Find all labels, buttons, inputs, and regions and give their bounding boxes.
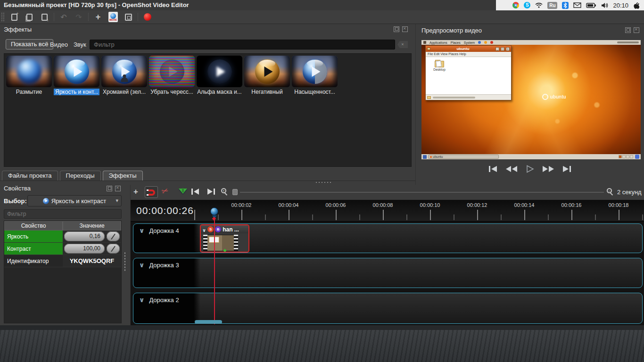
video-task-button: ubuntu bbox=[428, 155, 499, 159]
current-time-display: 00:00:00:26 bbox=[136, 205, 194, 216]
video-window-menubar: File Edit View Places Help bbox=[426, 52, 511, 57]
tabs-divider bbox=[0, 181, 415, 181]
property-row-contrast: Контраст 100,00 bbox=[4, 243, 121, 255]
track-menu-chevron[interactable] bbox=[139, 261, 144, 269]
bluetooth-icon[interactable] bbox=[562, 2, 569, 9]
video-filter-button[interactable]: Видео bbox=[50, 41, 68, 48]
fast-forward-button[interactable] bbox=[542, 165, 554, 173]
value-slider[interactable]: 0,16 bbox=[64, 231, 105, 241]
skype-tray-icon[interactable]: S bbox=[524, 2, 530, 8]
zoom-out-icon[interactable]: − bbox=[607, 188, 614, 196]
tab-project-files[interactable]: Файлы проекта bbox=[2, 171, 58, 181]
effect-mini-icon bbox=[43, 198, 49, 204]
keyframe-button[interactable] bbox=[107, 231, 120, 241]
zoom-slider-track[interactable] bbox=[240, 192, 604, 193]
effect-item-chromakey[interactable]: Хромакей (зел... bbox=[101, 56, 147, 95]
properties-panel-title: Свойства bbox=[4, 185, 31, 192]
effect-label: Негативный bbox=[251, 89, 282, 95]
splitter-handle-horizontal[interactable] bbox=[315, 181, 332, 183]
apple-menu-icon[interactable] bbox=[633, 2, 639, 9]
tab-effects[interactable]: Эффекты bbox=[103, 171, 143, 181]
effect-item-deinterlace[interactable]: Убрать чересс... bbox=[149, 56, 195, 95]
tab-transitions[interactable]: Переходы bbox=[60, 171, 101, 181]
undo-button[interactable] bbox=[58, 12, 69, 22]
clip-filmstrip-thumbnail bbox=[203, 235, 238, 251]
export-video-button[interactable]: MOVIE bbox=[107, 12, 119, 22]
close-panel-icon[interactable] bbox=[115, 186, 121, 191]
clip-effect-badge-b: B bbox=[215, 226, 221, 232]
effect-item-alpha-mask[interactable]: Альфа маска и... bbox=[197, 56, 242, 95]
selected-effect-name: Яркость и контраст bbox=[51, 197, 107, 205]
previous-marker-button[interactable] bbox=[191, 188, 200, 197]
effect-item-negative[interactable]: Негативный bbox=[244, 56, 290, 95]
close-panel-icon[interactable] bbox=[402, 26, 408, 32]
snapping-toggle-button[interactable] bbox=[145, 186, 158, 198]
track-3: Дорожка 3 bbox=[133, 258, 643, 288]
razor-tool-button[interactable] bbox=[160, 185, 170, 197]
property-name: Контраст bbox=[4, 243, 63, 255]
ruler-label: 00:00:08 bbox=[373, 202, 393, 208]
wifi-icon[interactable] bbox=[535, 2, 543, 8]
add-marker-button[interactable] bbox=[179, 189, 187, 194]
playhead-handle[interactable] bbox=[210, 207, 218, 215]
window-bottom-edge bbox=[0, 325, 644, 330]
fullscreen-button[interactable] bbox=[123, 12, 134, 22]
keyframe-button[interactable] bbox=[107, 244, 120, 254]
add-track-button[interactable] bbox=[133, 187, 138, 197]
audio-filter-button[interactable]: Звук bbox=[74, 41, 86, 48]
effect-label: Хромакей (зел... bbox=[103, 89, 146, 95]
desktop-dock: S W X P A a bbox=[0, 330, 644, 362]
panel-tabs: Файлы проекта Переходы Эффекты bbox=[2, 171, 143, 181]
float-panel-icon[interactable] bbox=[394, 26, 399, 32]
effect-item-brightness[interactable]: Яркость и конт... bbox=[54, 56, 99, 95]
new-project-button[interactable]: + bbox=[8, 12, 20, 22]
import-files-button[interactable] bbox=[92, 12, 104, 22]
float-panel-icon[interactable] bbox=[107, 186, 112, 191]
track-menu-chevron[interactable] bbox=[139, 226, 144, 235]
video-distro-logo bbox=[423, 41, 426, 44]
splitter-handle-vertical[interactable] bbox=[124, 252, 126, 272]
float-panel-icon[interactable] bbox=[625, 27, 631, 33]
clip-effect-badge-s: S bbox=[207, 226, 214, 232]
effect-item-blur[interactable]: Размытие bbox=[6, 56, 52, 95]
open-project-button[interactable] bbox=[24, 12, 35, 22]
ruler-label: 00:00:18 bbox=[609, 202, 629, 208]
value-slider[interactable]: 100,00 bbox=[64, 244, 105, 254]
property-row-brightness: Яркость 0,16 bbox=[4, 230, 121, 243]
volume-icon[interactable] bbox=[601, 2, 608, 8]
track-menu-chevron[interactable] bbox=[139, 296, 144, 304]
close-panel-icon[interactable] bbox=[634, 27, 639, 33]
battery-icon[interactable] bbox=[586, 3, 596, 8]
save-project-button[interactable]: ↓ bbox=[39, 12, 50, 22]
properties-filter-input[interactable] bbox=[4, 209, 122, 219]
clock[interactable]: 20:10 bbox=[613, 2, 628, 9]
play-button[interactable] bbox=[524, 165, 536, 173]
next-marker-button[interactable] bbox=[206, 188, 215, 197]
zoom-in-icon[interactable]: + bbox=[221, 188, 229, 196]
effects-list: Размытие Яркость и конт... Хромакей (зел… bbox=[4, 53, 412, 167]
timeline-horizontal-scrollbar[interactable] bbox=[195, 320, 222, 324]
rewind-button[interactable] bbox=[505, 165, 518, 173]
track-label: Дорожка 3 bbox=[149, 262, 179, 269]
properties-table: Свойство Значение Яркость 0,16 Контраст … bbox=[4, 221, 122, 323]
animated-title-button[interactable] bbox=[142, 12, 153, 22]
screen: Безымянный проект [HD 720p 30 fps] - Ope… bbox=[0, 0, 644, 362]
jump-to-end-button[interactable] bbox=[561, 165, 573, 173]
clear-filter-icon[interactable]: × bbox=[397, 41, 408, 48]
redo-button[interactable] bbox=[73, 12, 84, 22]
timeline-tracks-area: Дорожка 4 S B han ... Дорожка 3 Дорожка … bbox=[131, 222, 644, 326]
jump-to-start-button[interactable] bbox=[487, 165, 499, 173]
effects-search-input[interactable] bbox=[90, 40, 395, 49]
clip-menu-chevron[interactable] bbox=[202, 225, 206, 234]
show-all-filter-button[interactable]: Показать всё bbox=[6, 39, 53, 49]
timeline-clip[interactable]: S B han ... bbox=[200, 224, 249, 253]
save-project-icon: ↓ bbox=[41, 14, 48, 21]
keyboard-layout-indicator[interactable]: Ru bbox=[547, 2, 557, 9]
video-menu-places: Places bbox=[451, 41, 461, 44]
effect-item-saturation[interactable]: Насыщенност... bbox=[292, 56, 338, 95]
mail-icon[interactable] bbox=[573, 2, 581, 8]
zoom-slider-handle[interactable] bbox=[232, 189, 238, 195]
effect-thumbnail bbox=[149, 56, 195, 87]
effect-select-dropdown[interactable]: Яркость и контраст bbox=[27, 195, 122, 206]
chrome-tray-icon[interactable] bbox=[512, 2, 519, 8]
